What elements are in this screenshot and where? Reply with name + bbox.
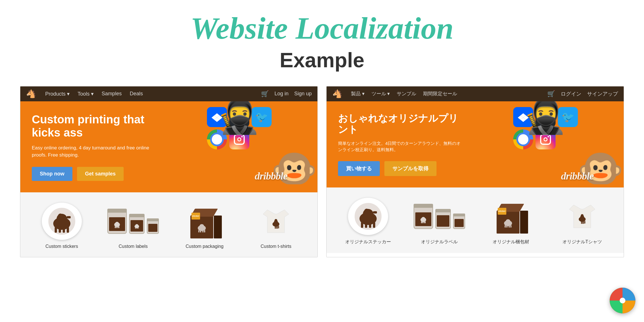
nav-deals[interactable]: Deals — [126, 89, 146, 99]
packaging-label-left: Custom packaging — [185, 244, 224, 249]
horse-sticker-image — [42, 203, 82, 240]
dribbble-text-left: dribbble — [255, 170, 287, 182]
tshirt-image-right — [559, 198, 605, 235]
signup-link-left[interactable]: Sign up — [294, 91, 312, 97]
svg-rect-32 — [202, 230, 204, 232]
svg-point-17 — [115, 222, 119, 225]
svg-rect-74 — [583, 221, 584, 224]
svg-rect-62 — [424, 222, 424, 223]
tshirt-svg-right — [565, 201, 599, 232]
page-title: Website Localization — [0, 11, 644, 46]
svg-rect-55 — [367, 209, 369, 213]
sticker-label-right: オリジナルステッカー — [345, 239, 391, 245]
svg-rect-36 — [275, 226, 276, 229]
nav-logo-left: 🐴 — [26, 89, 36, 98]
svg-rect-75 — [584, 221, 585, 224]
labels-label-right: オリジナルラベル — [421, 239, 458, 245]
svg-rect-33 — [204, 230, 205, 232]
products-row-left: Custom stickers — [20, 192, 317, 257]
cart-icon-right[interactable]: 🛒 — [547, 90, 555, 98]
products-row-right: オリジナルステッカー — [327, 187, 624, 253]
svg-point-23 — [135, 224, 138, 226]
horse-sticker-image-right — [348, 198, 388, 235]
english-nav: 🐴 Products ▾ Tools ▾ Samples Deals 🛒 Log… — [20, 86, 317, 101]
svg-rect-19 — [116, 227, 117, 228]
svg-rect-41 — [275, 220, 276, 222]
svg-rect-30 — [198, 230, 199, 232]
tshirt-image — [253, 203, 299, 240]
svg-rect-20 — [117, 227, 118, 228]
ninja-mascot-left: 🥷 — [217, 101, 260, 133]
nav-right-left: 🛒 Log in Sign up — [261, 90, 312, 98]
labels-image — [110, 203, 156, 240]
jar-small-2 — [147, 218, 159, 234]
nav-products-jp[interactable]: 製品 ▾ — [348, 89, 368, 99]
svg-point-59 — [422, 217, 425, 220]
svg-rect-18 — [115, 226, 116, 228]
svg-rect-10 — [63, 228, 65, 233]
nav-samples[interactable]: Samples — [98, 89, 125, 99]
nav-deals-jp[interactable]: 期間限定セール — [420, 89, 460, 99]
japanese-nav: 🐴 製品 ▾ ツール ▾ サンプル 期間限定セール 🛒 ログイン サインアップ — [327, 86, 624, 101]
login-link-left[interactable]: Log in — [274, 91, 289, 97]
product-stickers-right: オリジナルステッカー — [339, 198, 397, 245]
cart-icon-left[interactable]: 🛒 — [261, 90, 269, 98]
sticker-label-left: Custom stickers — [46, 244, 78, 249]
nav-tools-jp[interactable]: ツール ▾ — [369, 89, 393, 99]
packaging-image: sticker — [182, 203, 228, 240]
hero-mascots-left: 🐙 🐦 🐵 🥷 dribb — [180, 101, 317, 184]
svg-rect-77 — [581, 215, 582, 217]
hero-title-right: おしゃれなオリジナルプリント — [338, 113, 464, 135]
svg-rect-25 — [136, 228, 137, 229]
tshirts-label-right: オリジナルTシャツ — [562, 239, 602, 245]
dribbble-text-right: dribbble — [561, 170, 594, 182]
get-samples-button[interactable]: Get samples — [77, 167, 124, 181]
svg-rect-14 — [59, 214, 60, 217]
svg-rect-49 — [373, 211, 377, 214]
labels-image-right — [416, 198, 462, 235]
nav-tools[interactable]: Tools ▾ — [74, 89, 97, 99]
color-ball-decoration — [610, 288, 635, 313]
hero-buttons-left: Shop now Get samples — [32, 167, 158, 181]
svg-rect-37 — [276, 226, 277, 229]
svg-point-29 — [199, 224, 204, 228]
shop-now-button[interactable]: Shop now — [32, 167, 72, 181]
page-header: Website Localization Example — [0, 0, 644, 78]
login-link-right[interactable]: ログイン — [561, 90, 581, 97]
nav-items-right: 製品 ▾ ツール ▾ サンプル 期間限定セール — [348, 89, 547, 99]
svg-rect-7 — [67, 216, 71, 218]
svg-rect-66 — [505, 225, 506, 228]
svg-rect-60 — [421, 222, 422, 223]
svg-rect-73 — [582, 222, 583, 224]
nav-products[interactable]: Products ▾ — [42, 89, 73, 99]
get-samples-button-jp[interactable]: サンプルを取得 — [384, 161, 436, 176]
svg-rect-31 — [200, 230, 201, 232]
svg-point-65 — [506, 219, 510, 223]
box-package-right: sticker — [491, 199, 531, 234]
hero-content-left: Custom printing that kicks ass Easy onli… — [32, 113, 158, 181]
tshirts-label-left: Custom t-shirts — [260, 244, 291, 249]
buy-now-button-jp[interactable]: 買い物する — [338, 161, 380, 176]
jar-small-1 — [129, 214, 145, 234]
labels-label-left: Custom labels — [119, 244, 148, 249]
svg-rect-53 — [373, 222, 375, 228]
svg-rect-26 — [137, 228, 138, 229]
svg-rect-72 — [581, 221, 582, 224]
svg-rect-39 — [278, 226, 279, 228]
jar-large — [107, 209, 127, 234]
svg-point-79 — [620, 298, 625, 303]
jar-small-2-right — [453, 214, 465, 229]
product-tshirts-left: Custom t-shirts — [247, 203, 305, 249]
signup-link-right[interactable]: サインアップ — [587, 90, 618, 97]
product-labels-left: Custom labels — [104, 203, 162, 249]
sticker-image-right — [345, 198, 391, 235]
ninja-mascot-right: 🥷 — [524, 101, 566, 133]
jars-group-right — [414, 204, 465, 229]
svg-rect-69 — [510, 225, 511, 228]
svg-rect-9 — [59, 228, 61, 233]
product-packaging-right: sticker オリジナル梱包材 — [482, 198, 540, 245]
hero-section-right: おしゃれなオリジナルプリント 簡単なオンライン注文。4日間でのターンアラウンド、… — [327, 101, 624, 187]
nav-right-right: 🛒 ログイン サインアップ — [547, 90, 618, 98]
svg-rect-13 — [61, 214, 62, 218]
nav-samples-jp[interactable]: サンプル — [394, 89, 419, 99]
